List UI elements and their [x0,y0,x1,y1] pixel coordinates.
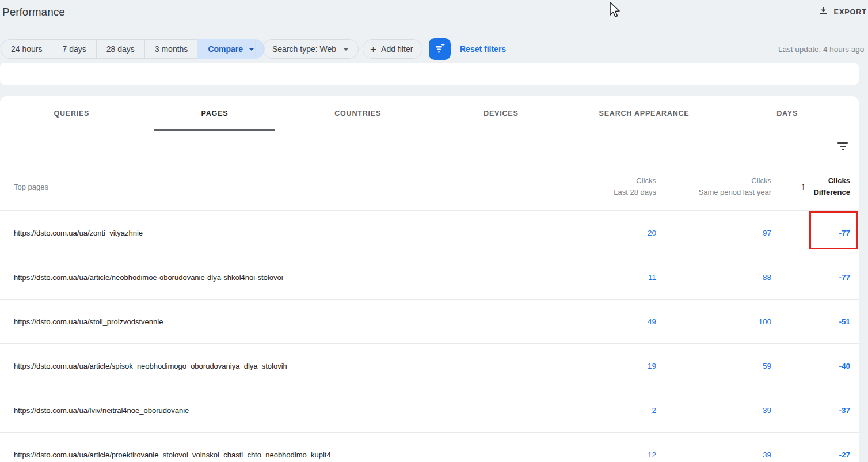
clicks-prev-value[interactable]: 88 [763,273,771,282]
clicks-difference-value[interactable]: -51 [839,317,850,326]
clicks-difference-value[interactable]: -37 [839,406,850,415]
clicks-28d-value[interactable]: 11 [648,273,656,282]
sort-ascending-icon[interactable]: ↑ [801,181,806,192]
tab-queries[interactable]: QUERIES [0,96,143,131]
column-header-top-pages[interactable]: Top pages [14,182,48,191]
table-filter-icon[interactable] [837,142,848,152]
table-header: Top pages Clicks Last 28 days Clicks Sam… [0,162,859,211]
date-range-group: 24 hours 7 days 28 days 3 months Compare [1,39,265,59]
table-row[interactable]: https://dsto.com.ua/ua/lviv/neitral4noe_… [0,388,859,433]
column-header-clicks-difference[interactable]: ↑ Clicks Difference [801,175,850,198]
page-url-link[interactable]: https://dsto.com.ua/ua/article/spisok_ne… [14,362,287,370]
page-url-link[interactable]: https://dsto.com.ua/ua/article/neobhodim… [14,273,283,282]
clicks-difference-value[interactable]: -77 [839,229,850,237]
column-header-clicks-28d[interactable]: Clicks Last 28 days [614,175,656,198]
filter-bar: 24 hours 7 days 28 days 3 months Compare… [0,25,868,63]
search-type-label: Search type: Web [272,44,336,54]
search-type-dropdown[interactable]: Search type: Web [262,39,359,59]
table-row[interactable]: https://dsto.com.ua/ua/zonti_vityazhnie … [0,211,859,255]
page-url-link[interactable]: https://dsto.com.ua/ua/lviv/neitral4noe_… [14,406,189,415]
compare-label: Compare [208,44,243,54]
table-row[interactable]: https://dsto.com.ua/ua/article/neobhodim… [0,255,859,300]
chevron-down-icon [249,48,254,51]
column-header-clicks-prev[interactable]: Clicks Same period last year [699,175,771,198]
reset-filters-link[interactable]: Reset filters [460,39,506,59]
page-url-link[interactable]: https://dsto.com.ua/ua/zonti_vityazhnie [14,229,143,237]
tab-pages[interactable]: PAGES [143,96,287,131]
report-card: QUERIES PAGES COUNTRIES DEVICES SEARCH A… [0,96,859,462]
clicks-28d-value[interactable]: 49 [648,317,656,326]
clicks-prev-value[interactable]: 39 [763,406,771,415]
clicks-28d-value[interactable]: 20 [648,229,656,237]
table-row[interactable]: https://dsto.com.ua/ua/stoli_proizvodstv… [0,300,859,344]
tab-days[interactable]: DAYS [715,96,859,131]
clicks-prev-value[interactable]: 59 [763,362,771,370]
add-filter-label: Add filter [381,44,413,54]
tab-countries[interactable]: COUNTRIES [286,96,429,131]
clicks-28d-value[interactable]: 19 [648,362,656,370]
download-icon [818,6,828,18]
page-url-link[interactable]: https://dsto.com.ua/ua/stoli_proizvodstv… [14,317,163,326]
chart-card-bottom [0,63,859,85]
clicks-difference-value[interactable]: -27 [839,450,850,459]
clicks-difference-value[interactable]: -77 [839,273,850,282]
clicks-difference-value[interactable]: -40 [839,362,850,370]
clicks-prev-value[interactable]: 100 [758,317,771,326]
table-row[interactable]: https://dsto.com.ua/ua/article/proektiro… [0,433,859,462]
table-toolbar [0,131,859,162]
export-button[interactable]: EXPORT [818,6,867,18]
clicks-28d-value[interactable]: 2 [652,406,656,415]
range-28-days[interactable]: 28 days [96,39,145,59]
table-row[interactable]: https://dsto.com.ua/ua/article/spisok_ne… [0,344,859,388]
export-label: EXPORT [834,8,867,16]
range-7-days[interactable]: 7 days [52,39,96,59]
table-body: https://dsto.com.ua/ua/zonti_vityazhnie … [0,211,859,462]
smart-filter-button[interactable] [429,38,451,60]
filter-sparkle-icon [433,41,446,56]
add-filter-button[interactable]: + Add filter [363,39,422,59]
clicks-28d-value[interactable]: 12 [648,450,656,459]
page-url-link[interactable]: https://dsto.com.ua/ua/article/proektiro… [14,450,331,459]
clicks-prev-value[interactable]: 97 [763,229,771,237]
plus-icon: + [370,44,376,55]
last-update-text: Last update: 4 hours ago [778,39,864,59]
filter-divider [255,40,256,58]
page-title: Performance [2,6,65,18]
chevron-down-icon [343,48,349,51]
tab-search-appearance[interactable]: SEARCH APPEARANCE [573,96,716,131]
top-header: Performance EXPORT [0,0,868,25]
clicks-prev-value[interactable]: 39 [763,450,771,459]
range-24-hours[interactable]: 24 hours [1,39,52,59]
range-3-months[interactable]: 3 months [144,39,199,59]
tab-devices[interactable]: DEVICES [429,96,573,131]
report-tabs: QUERIES PAGES COUNTRIES DEVICES SEARCH A… [0,96,859,131]
